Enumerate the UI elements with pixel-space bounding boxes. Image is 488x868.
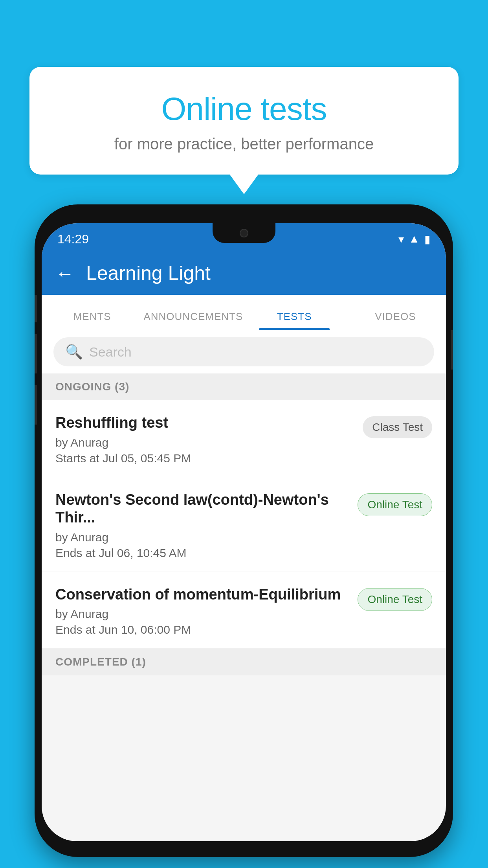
search-input[interactable]: Search	[89, 344, 132, 360]
completed-label: COMPLETED (1)	[55, 656, 146, 668]
tab-videos[interactable]: VIDEOS	[345, 311, 446, 330]
mute-button	[35, 295, 37, 322]
test-item-info: Conservation of momentum-Equilibrium by …	[55, 586, 350, 637]
test-item-by: by Anurag	[55, 436, 355, 449]
wifi-icon: ▾	[398, 233, 404, 246]
test-item[interactable]: Conservation of momentum-Equilibrium by …	[42, 572, 446, 649]
signal-icon: ▲	[409, 233, 420, 245]
test-badge-class: Class Test	[363, 416, 432, 438]
test-item-name: Reshuffling test	[55, 414, 355, 432]
notch	[213, 223, 275, 243]
test-item-info: Newton's Second law(contd)-Newton's Thir…	[55, 491, 350, 560]
completed-section-header: COMPLETED (1)	[42, 649, 446, 675]
status-icons: ▾ ▲ ▮	[398, 233, 430, 246]
power-button	[451, 330, 453, 370]
search-container: 🔍 Search	[42, 330, 446, 373]
speech-bubble: Online tests for more practice, better p…	[29, 67, 459, 175]
test-item-by: by Anurag	[55, 531, 350, 544]
app-header: ← Learning Light	[42, 252, 446, 295]
volume-down-button	[35, 385, 37, 425]
bubble-subtitle: for more practice, better performance	[49, 135, 439, 153]
test-item-name: Newton's Second law(contd)-Newton's Thir…	[55, 491, 350, 527]
tab-ments[interactable]: MENTS	[42, 311, 143, 330]
test-item-time: Ends at Jul 06, 10:45 AM	[55, 546, 350, 560]
tabs-bar: MENTS ANNOUNCEMENTS TESTS VIDEOS	[42, 295, 446, 330]
test-item-time: Starts at Jul 05, 05:45 PM	[55, 452, 355, 465]
test-item-name: Conservation of momentum-Equilibrium	[55, 586, 350, 604]
bubble-title: Online tests	[49, 90, 439, 127]
tab-tests[interactable]: TESTS	[244, 311, 345, 330]
ongoing-label: ONGOING (3)	[55, 381, 129, 393]
status-time: 14:29	[57, 232, 89, 246]
test-badge-online-2: Online Test	[358, 588, 432, 611]
test-item-by: by Anurag	[55, 607, 350, 621]
ongoing-section-header: ONGOING (3)	[42, 373, 446, 400]
test-item-info: Reshuffling test by Anurag Starts at Jul…	[55, 414, 355, 465]
search-input-wrapper[interactable]: 🔍 Search	[53, 337, 434, 366]
back-button[interactable]: ←	[55, 263, 74, 284]
test-item[interactable]: Reshuffling test by Anurag Starts at Jul…	[42, 400, 446, 477]
tab-announcements[interactable]: ANNOUNCEMENTS	[143, 311, 244, 330]
phone-frame: 14:29 ▾ ▲ ▮ ← Learning Light MENTS ANNOU…	[35, 204, 453, 857]
phone-screen: 14:29 ▾ ▲ ▮ ← Learning Light MENTS ANNOU…	[42, 223, 446, 841]
test-badge-online: Online Test	[358, 493, 432, 516]
test-item-time: Ends at Jun 10, 06:00 PM	[55, 623, 350, 636]
test-list: Reshuffling test by Anurag Starts at Jul…	[42, 400, 446, 649]
test-item[interactable]: Newton's Second law(contd)-Newton's Thir…	[42, 477, 446, 572]
camera	[240, 229, 248, 237]
app-header-title: Learning Light	[86, 262, 211, 285]
volume-up-button	[35, 334, 37, 373]
search-icon: 🔍	[65, 344, 83, 360]
battery-icon: ▮	[424, 233, 430, 246]
